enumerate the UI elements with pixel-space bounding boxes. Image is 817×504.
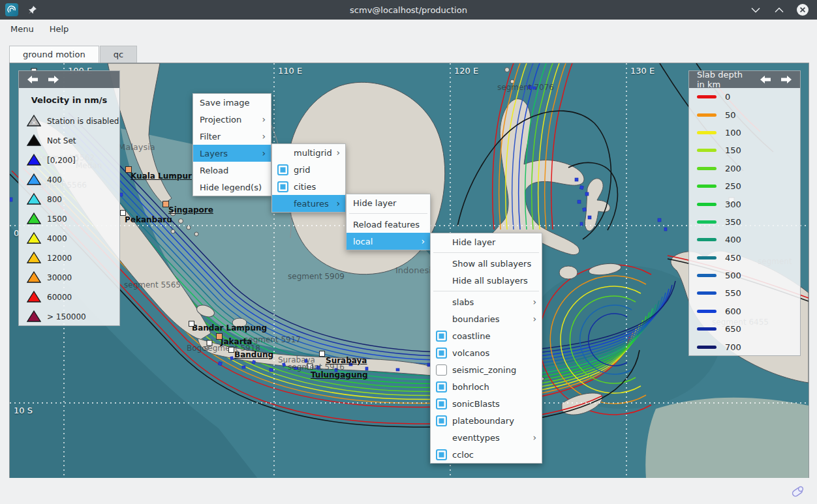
- menu-item-features[interactable]: features›: [272, 195, 345, 212]
- menu-item-reload[interactable]: Reload: [193, 162, 271, 179]
- velocity-legend-title: Velocity in nm/s: [19, 88, 119, 111]
- menubar-item-menu[interactable]: Menu: [10, 24, 34, 34]
- checkbox-volcanos-checked[interactable]: [436, 348, 447, 359]
- menu-item-label: bohrloch: [452, 382, 536, 392]
- depth-line-swatch: [697, 149, 717, 152]
- legend-prev-button[interactable]: [760, 76, 771, 83]
- legend-item-depth-200: 200: [689, 160, 800, 177]
- menu-item-label: seismic_zoning: [452, 365, 536, 375]
- submenu-arrow-icon: ›: [532, 314, 536, 323]
- checkbox-sonicblasts-checked[interactable]: [436, 398, 447, 409]
- menu-item-label: Hide legend(s): [200, 183, 266, 192]
- checkbox-grid-checked[interactable]: [277, 164, 288, 175]
- menu-item-label: local: [353, 237, 417, 246]
- menu-item-label: plateboundary: [452, 416, 536, 426]
- menu-item-layers[interactable]: Layers›: [193, 145, 271, 162]
- station-triangle-icon: ×: [27, 114, 41, 129]
- legend-next-button[interactable]: [780, 76, 792, 83]
- depth-line-swatch: [697, 346, 717, 349]
- menu-item-slabs[interactable]: slabs›: [431, 293, 542, 310]
- menubar-item-help[interactable]: Help: [50, 24, 69, 34]
- maximize-button[interactable]: [773, 3, 786, 16]
- legend-item-1500: 1500: [19, 209, 119, 229]
- menu-item-filter[interactable]: Filter›: [193, 128, 271, 145]
- menu-item-hide-layer[interactable]: Hide layer: [431, 233, 542, 250]
- menu-item-plateboundary[interactable]: plateboundary: [431, 412, 542, 429]
- legend-item-0-200: [0,200]: [19, 151, 119, 170]
- checkbox-cities-checked[interactable]: [277, 181, 288, 192]
- menu-item-hide-legend-s[interactable]: Hide legend(s): [193, 179, 271, 196]
- tab-ground-motion[interactable]: ground motion: [9, 46, 99, 63]
- legend-item-depth-250: 250: [689, 177, 800, 195]
- menu-item-label: volcanos: [452, 348, 536, 358]
- legend-label: 100: [725, 128, 741, 138]
- menu-item-bohrloch[interactable]: bohrloch: [431, 378, 542, 395]
- menu-item-hide-layer[interactable]: Hide layer: [347, 194, 430, 211]
- legend-label: Not Set: [47, 136, 76, 145]
- menu-item-label: cities: [294, 182, 340, 192]
- pin-icon[interactable]: [27, 5, 37, 15]
- slab-legend-title: Slab depth in km: [697, 70, 750, 89]
- checkbox-cell: [436, 331, 452, 342]
- context-menu-local: Hide layerShow all sublayersHide all sub…: [430, 233, 542, 464]
- checkbox-seismic-zoning-unchecked[interactable]: [436, 364, 447, 376]
- menu-item-hide-all-sublayers[interactable]: Hide all sublayers: [431, 272, 542, 289]
- checkbox-bohrloch-checked[interactable]: [436, 381, 447, 393]
- legend-item-150000: > 150000: [19, 307, 119, 327]
- menu-separator: [433, 291, 539, 291]
- submenu-arrow-icon: ›: [262, 115, 266, 124]
- legend-label: 1500: [47, 215, 67, 224]
- menu-item-seismic-zoning[interactable]: seismic_zoning: [431, 361, 542, 378]
- menu-item-coastline[interactable]: coastline: [431, 327, 542, 344]
- menu-item-label: multigrid: [294, 148, 332, 158]
- depth-line-swatch: [697, 327, 717, 331]
- legend-label: 550: [725, 288, 741, 298]
- tab-qc[interactable]: qc: [100, 46, 137, 63]
- context-menu-map: Save imageProjection›Filter›Layers›Reloa…: [193, 93, 271, 196]
- legend-next-button[interactable]: [48, 76, 59, 83]
- menu-item-label: Reload features: [353, 220, 425, 230]
- menu-item-cities[interactable]: cities: [272, 178, 345, 195]
- menu-item-label: Show all sublayers: [452, 259, 536, 269]
- app-icon: [5, 3, 18, 16]
- checkbox-plateboundary-checked[interactable]: [436, 415, 447, 426]
- menu-item-projection[interactable]: Projection›: [193, 111, 271, 128]
- menu-item-eventtypes[interactable]: eventtypes›: [431, 429, 542, 446]
- checkbox-ccloc-checked[interactable]: [436, 449, 447, 460]
- legend-item-depth-550: 550: [689, 284, 800, 302]
- rotate-tool-icon[interactable]: [787, 482, 807, 504]
- legend-item-depth-400: 400: [689, 231, 800, 248]
- legend-label: 500: [725, 271, 741, 280]
- menu-item-grid[interactable]: grid: [272, 161, 345, 178]
- menu-item-reload-features[interactable]: Reload features: [347, 216, 430, 233]
- legend-label: 650: [725, 324, 741, 334]
- menu-item-local[interactable]: local›: [347, 233, 430, 250]
- legend-item-12000: 12000: [19, 248, 119, 268]
- legend-item-4000: 4000: [19, 229, 119, 248]
- depth-line-swatch: [697, 203, 717, 206]
- menu-item-sonicblasts[interactable]: sonicBlasts: [431, 395, 542, 412]
- legend-item-depth-600: 600: [689, 303, 800, 320]
- menu-item-boundaries[interactable]: boundaries›: [431, 310, 542, 327]
- submenu-arrow-icon: ›: [421, 237, 425, 246]
- legend-prev-button[interactable]: [27, 76, 39, 83]
- legend-item-depth-0: 0: [689, 88, 800, 106]
- checkbox-coastline-checked[interactable]: [436, 331, 447, 342]
- map-canvas[interactable]: 100 E110 E120 E130 E010 SMalaysiaIndones…: [9, 63, 809, 479]
- menu-item-label: coastline: [452, 331, 536, 341]
- menu-item-multigrid[interactable]: multigrid›: [272, 144, 345, 161]
- menu-item-label: features: [294, 199, 332, 209]
- slab-legend[interactable]: Slab depth in km 05010015020025030035040…: [688, 70, 801, 356]
- depth-line-swatch: [697, 185, 717, 188]
- close-button[interactable]: [796, 3, 809, 16]
- station-triangle-icon: [27, 231, 41, 246]
- menu-item-ccloc[interactable]: ccloc: [431, 446, 542, 463]
- menu-item-show-all-sublayers[interactable]: Show all sublayers: [431, 255, 542, 272]
- submenu-arrow-icon: ›: [532, 297, 536, 306]
- menu-item-volcanos[interactable]: volcanos: [431, 344, 542, 361]
- depth-line-swatch: [697, 291, 717, 295]
- legend-label: 600: [725, 306, 741, 316]
- minimize-button[interactable]: [749, 3, 762, 16]
- velocity-legend[interactable]: Velocity in nm/s ×Station is disabledNot…: [18, 70, 120, 326]
- menu-item-save-image[interactable]: Save image: [193, 94, 271, 111]
